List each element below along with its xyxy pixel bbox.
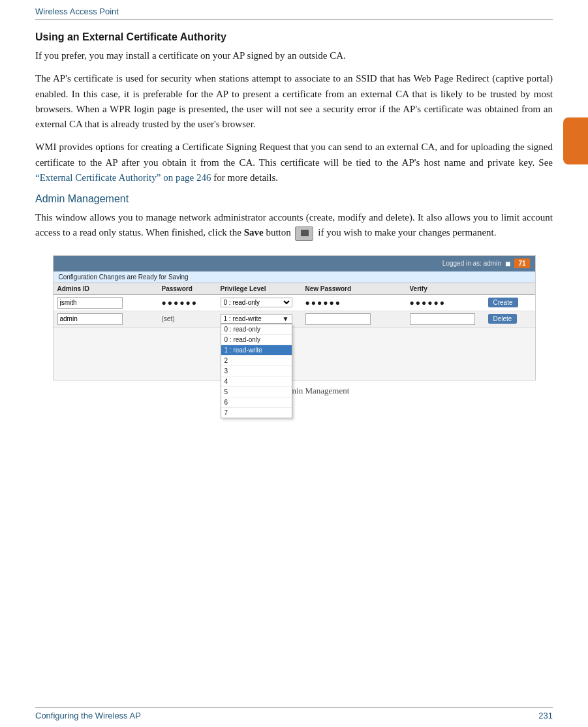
verify-admin[interactable] bbox=[410, 313, 475, 325]
section1-heading: Using an External Certificate Authority bbox=[35, 31, 553, 43]
orange-tab bbox=[563, 117, 588, 164]
dropdown-item-0a[interactable]: 0 : read-only bbox=[221, 324, 292, 335]
section2-bold: Save bbox=[244, 227, 264, 238]
new-password-jsmith: ●●●●●● bbox=[305, 298, 410, 307]
ss-save-indicator: 71 bbox=[514, 258, 529, 268]
verify-jsmith: ●●●●●● bbox=[410, 298, 488, 307]
dropdown-item-0b[interactable]: 0 : read-only bbox=[221, 335, 292, 345]
page-container: Wireless Access Point Using an External … bbox=[0, 0, 588, 727]
col-privilege: Privilege Level bbox=[221, 285, 305, 292]
table-row: (set) 1 : read-write ▼ 0 : read-only 0 :… bbox=[54, 311, 535, 328]
dropdown-spacer bbox=[54, 328, 535, 380]
privilege-dropdown-open-container: 1 : read-write ▼ 0 : read-only 0 : read-… bbox=[221, 314, 292, 324]
section2-btn-ref: button bbox=[264, 227, 291, 238]
section2-heading: Admin Management bbox=[35, 193, 553, 205]
screenshot: Logged in as: admin ■ 71 Configuration C… bbox=[53, 255, 536, 380]
col-password: Password bbox=[162, 285, 221, 292]
section1-para3-post: for more details. bbox=[211, 172, 278, 183]
ss-table-header: Admins ID Password Privilege Level New P… bbox=[54, 283, 535, 295]
dropdown-item-7[interactable]: 7 bbox=[221, 408, 292, 418]
footer-right: 231 bbox=[538, 711, 553, 720]
dropdown-item-5[interactable]: 5 bbox=[221, 387, 292, 397]
section-external-ca: Using an External Certificate Authority … bbox=[35, 31, 553, 185]
password-admin: (set) bbox=[162, 315, 221, 322]
dropdown-open-list: 0 : read-only 0 : read-only 1 : read-wri… bbox=[221, 324, 292, 418]
col-new-password: New Password bbox=[305, 285, 410, 292]
col-verify: Verify bbox=[410, 285, 488, 292]
dropdown-item-6[interactable]: 6 bbox=[221, 397, 292, 408]
ss-logged-in-label: Logged in as: admin bbox=[442, 260, 501, 267]
col-id: Admins ID bbox=[57, 285, 162, 292]
save-button-inline-icon bbox=[295, 226, 313, 241]
section1-para3-pre: WMI provides options for creating a Cert… bbox=[35, 142, 553, 167]
section2-end: if you wish to make your changes permane… bbox=[318, 227, 496, 238]
section1-para2: The AP's certificate is used for securit… bbox=[35, 71, 553, 132]
password-jsmith: ●●●●●● bbox=[162, 298, 221, 307]
dropdown-item-1[interactable]: 1 : read-write bbox=[221, 345, 292, 356]
dropdown-trigger-admin[interactable]: 1 : read-write ▼ bbox=[221, 314, 292, 324]
ss-notification-text: Configuration Changes are Ready for Savi… bbox=[59, 273, 189, 281]
page-footer: Configuring the Wireless AP 231 bbox=[35, 707, 553, 720]
chevron-down-icon: ▼ bbox=[283, 315, 289, 322]
figure-container: Logged in as: admin ■ 71 Configuration C… bbox=[53, 255, 536, 396]
ss-topbar-right: Logged in as: admin ■ 71 bbox=[442, 258, 530, 269]
section-admin-management: Admin Management This window allows you … bbox=[35, 193, 553, 241]
ss-notification-bar: Configuration Changes are Ready for Savi… bbox=[54, 271, 535, 283]
dropdown-item-2[interactable]: 2 bbox=[221, 356, 292, 366]
privilege-dropdown-jsmith[interactable]: 0 : read-only 1 : read-write 234567 bbox=[221, 298, 292, 307]
id-input-jsmith[interactable] bbox=[57, 297, 123, 309]
dropdown-item-3[interactable]: 3 bbox=[221, 366, 292, 377]
create-button[interactable]: Create bbox=[488, 298, 518, 307]
dropdown-item-4[interactable]: 4 bbox=[221, 377, 292, 387]
header-title: Wireless Access Point bbox=[35, 7, 119, 16]
ss-square-icon: ■ bbox=[505, 258, 510, 269]
table-row: ●●●●●● 0 : read-only 1 : read-write 2345… bbox=[54, 295, 535, 311]
footer-left: Configuring the Wireless AP bbox=[35, 711, 141, 720]
page-header: Wireless Access Point bbox=[35, 0, 553, 20]
section1-para1: If you prefer, you may install a certifi… bbox=[35, 48, 553, 63]
ss-topbar: Logged in as: admin ■ 71 bbox=[54, 256, 535, 271]
delete-button[interactable]: Delete bbox=[488, 314, 518, 324]
new-password-admin[interactable] bbox=[305, 313, 371, 325]
section2-para1: This window allows you to manage network… bbox=[35, 210, 553, 241]
dropdown-selected-value: 1 : read-write bbox=[224, 315, 262, 322]
col-action bbox=[488, 285, 540, 292]
id-input-admin[interactable] bbox=[57, 313, 123, 325]
section1-para3-link[interactable]: “External Certificate Authority” on page… bbox=[35, 172, 211, 183]
figure-caption: Figure 133. Admin Management bbox=[53, 386, 536, 396]
section1-para3: WMI provides options for creating a Cert… bbox=[35, 140, 553, 185]
